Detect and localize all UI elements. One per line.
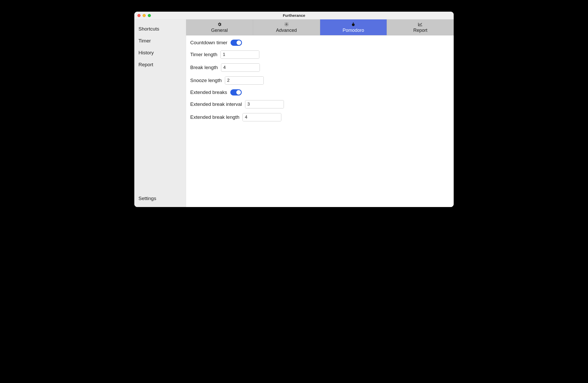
- label-countdown-timer: Countdown timer: [190, 40, 227, 46]
- titlebar: Furtherance: [134, 12, 454, 19]
- tab-pomodoro[interactable]: Pomodoro: [320, 19, 387, 35]
- sidebar-item-settings[interactable]: Settings: [134, 193, 186, 204]
- row-extended-break-interval: Extended break interval: [190, 100, 450, 108]
- input-timer-length-wrap: [220, 50, 259, 59]
- close-button[interactable]: [137, 14, 141, 17]
- sidebar-bottom: Settings: [134, 193, 186, 207]
- sidebar: Shortcuts Timer History Report Settings: [134, 19, 186, 207]
- toggle-extended-breaks[interactable]: [230, 89, 242, 95]
- minimize-button[interactable]: [143, 14, 146, 17]
- tab-label: Report: [413, 28, 427, 33]
- main: General Advanced Pomodoro: [186, 19, 454, 207]
- tab-label: General: [211, 28, 228, 33]
- tab-advanced[interactable]: Advanced: [253, 19, 320, 35]
- app-window: Furtherance Shortcuts Timer History Repo…: [134, 12, 454, 207]
- toggle-knob: [237, 40, 241, 45]
- gearwheel-icon: [284, 22, 289, 27]
- tab-label: Advanced: [276, 28, 297, 33]
- label-timer-length: Timer length: [190, 52, 217, 57]
- tab-general[interactable]: General: [186, 19, 253, 35]
- settings-panel: Countdown timer Timer length: [186, 35, 454, 207]
- row-extended-breaks: Extended breaks: [190, 89, 450, 95]
- input-extended-break-length[interactable]: [243, 113, 281, 121]
- sidebar-item-shortcuts[interactable]: Shortcuts: [134, 23, 186, 35]
- input-break-length[interactable]: [221, 64, 260, 71]
- input-snooze-length-wrap: [225, 76, 264, 85]
- toggle-knob: [236, 90, 241, 95]
- sidebar-item-report[interactable]: Report: [134, 59, 186, 71]
- label-snooze-length: Snooze length: [190, 78, 222, 83]
- input-break-length-wrap: [221, 63, 260, 72]
- toggle-countdown-timer[interactable]: [231, 40, 242, 46]
- svg-point-0: [286, 24, 287, 25]
- tab-label: Pomodoro: [343, 28, 364, 33]
- window-body: Shortcuts Timer History Report Settings …: [134, 19, 454, 207]
- input-extended-break-interval-wrap: [245, 100, 284, 108]
- window-controls: [137, 14, 151, 17]
- label-extended-breaks: Extended breaks: [190, 90, 227, 95]
- input-extended-break-interval[interactable]: [245, 100, 284, 108]
- tab-report[interactable]: Report: [387, 19, 454, 35]
- svg-point-1: [352, 23, 355, 26]
- row-extended-break-length: Extended break length: [190, 113, 450, 121]
- gear-icon: [217, 22, 222, 27]
- sidebar-item-history[interactable]: History: [134, 47, 186, 59]
- window-title: Furtherance: [134, 13, 454, 18]
- input-extended-break-length-wrap: [242, 113, 281, 121]
- maximize-button[interactable]: [148, 14, 151, 17]
- chart-icon: [418, 22, 423, 27]
- svg-rect-3: [353, 23, 354, 23]
- stopwatch-icon: [351, 22, 356, 27]
- row-snooze-length: Snooze length: [190, 76, 450, 85]
- input-snooze-length[interactable]: [225, 77, 264, 84]
- row-timer-length: Timer length: [190, 50, 450, 59]
- label-break-length: Break length: [190, 65, 218, 70]
- sidebar-top: Shortcuts Timer History Report: [134, 19, 186, 193]
- input-timer-length[interactable]: [221, 51, 259, 58]
- label-extended-break-interval: Extended break interval: [190, 101, 242, 107]
- row-break-length: Break length: [190, 63, 450, 72]
- label-extended-break-length: Extended break length: [190, 114, 239, 120]
- row-countdown-timer: Countdown timer: [190, 40, 450, 46]
- tabs: General Advanced Pomodoro: [186, 19, 454, 35]
- sidebar-item-timer[interactable]: Timer: [134, 35, 186, 47]
